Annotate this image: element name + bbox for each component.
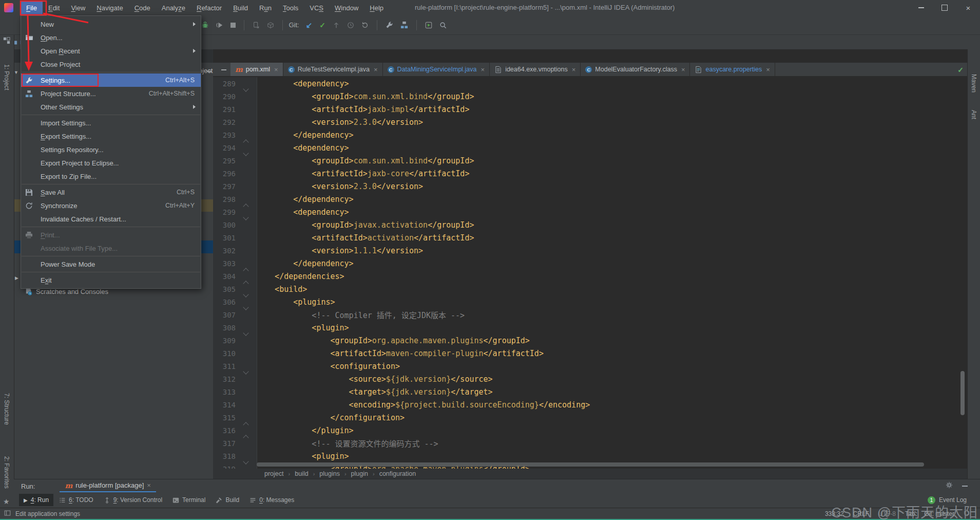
menu-item-save-all[interactable]: Save AllCtrl+S [21, 185, 201, 199]
menu-vcs[interactable]: VCS [304, 2, 329, 14]
tree-expand-icon[interactable]: ▶ [15, 275, 18, 281]
toolwindow-button-build[interactable]: Build [211, 494, 244, 506]
breadcrumb-separator: › [313, 471, 315, 477]
code-editor[interactable]: 289<dependency>290<groupId>com.sun.xml.b… [213, 77, 968, 469]
menu-item-new[interactable]: New [21, 17, 201, 31]
toolwindow-button-4-run[interactable]: ▶4: Run [19, 494, 53, 506]
close-icon[interactable]: × [572, 66, 576, 73]
device-icon[interactable] [253, 22, 260, 29]
close-button[interactable]: × [956, 0, 980, 15]
close-icon[interactable]: × [481, 66, 485, 73]
history-icon[interactable] [347, 22, 354, 29]
menu-item-export-settings[interactable]: Export Settings... [21, 129, 201, 143]
sidebar-item-favorites[interactable]: 2: Favorites [3, 456, 10, 489]
toolwindow-button-terminal[interactable]: Terminal [168, 494, 210, 506]
breadcrumb-item[interactable]: plugins [319, 470, 340, 477]
close-icon[interactable]: × [274, 66, 278, 73]
push-icon[interactable] [333, 22, 340, 29]
menu-view[interactable]: View [65, 2, 91, 14]
menu-item-import-settings[interactable]: Import Settings... [21, 116, 201, 129]
bug-icon[interactable] [201, 21, 209, 29]
code-text: <groupId>com.sun.xml.bind</groupId> [256, 92, 474, 101]
toolwindow-button-6-todo[interactable]: 6: TODO [54, 494, 98, 506]
close-icon[interactable]: × [147, 481, 151, 489]
toolwindow-toggle-icon[interactable] [4, 510, 11, 518]
menu-item-settings-repository[interactable]: Settings Repository... [21, 143, 201, 156]
sidebar-item-structure[interactable]: 7: Structure [3, 393, 10, 425]
tab-label: idea64.exe.vmoptions [505, 66, 568, 73]
vertical-scrollbar[interactable] [960, 371, 965, 415]
menu-item-export-to-zip-file[interactable]: Export to Zip File... [21, 170, 201, 183]
commit-icon[interactable]: ✓ [319, 21, 325, 29]
run-configuration-tab[interactable]: m rule-platform [package] × [60, 479, 156, 493]
build-icon [216, 497, 222, 504]
tab-ruletestserviceimpl-java[interactable]: CRuleTestServiceImpl.java× [283, 63, 383, 76]
profiler-icon[interactable] [216, 22, 223, 29]
tab-idea64-exe-vmoptions[interactable]: idea64.exe.vmoptions× [490, 63, 581, 76]
maximize-button[interactable] [933, 0, 956, 15]
package-icon[interactable] [267, 22, 274, 29]
toolwindow-button-0-messages[interactable]: 0: Messages [245, 494, 299, 506]
close-icon[interactable]: × [374, 66, 378, 73]
settings-gear-icon[interactable] [946, 481, 953, 491]
tab-modelevaluatorfactory-class[interactable]: CModelEvaluatorFactory.class× [581, 63, 690, 76]
menu-item-exit[interactable]: Exit [21, 273, 201, 287]
update-icon[interactable]: ↙ [306, 21, 313, 30]
minimize-button[interactable] [909, 0, 933, 15]
tabbar-collapse-icon[interactable] [221, 69, 226, 70]
structure-icon[interactable] [400, 21, 408, 29]
menu-item-power-save-mode[interactable]: Power Save Mode [21, 257, 201, 271]
tree-collapse-icon[interactable]: ▼ [14, 70, 18, 75]
menu-help[interactable]: Help [364, 2, 389, 14]
tab-dataminingserviceimpl-java[interactable]: CDataMiningServiceImpl.java× [383, 63, 490, 76]
menu-edit[interactable]: Edit [43, 2, 65, 14]
menu-item-invalidate-caches-restart[interactable]: Invalidate Caches / Restart... [21, 212, 201, 226]
breadcrumb-item[interactable]: configuration [379, 470, 416, 477]
sidebar-item-maven[interactable]: Maven [970, 74, 977, 92]
menu-tools[interactable]: Tools [277, 2, 304, 14]
search-icon[interactable] [439, 22, 447, 29]
menu-item-close-project[interactable]: Close Project [21, 58, 201, 71]
code-line: 314<encoding>${project.build.sourceEncod… [213, 398, 968, 411]
close-icon[interactable]: × [766, 66, 770, 73]
breadcrumb-item[interactable]: project [264, 470, 284, 477]
commander-icon[interactable] [3, 37, 10, 46]
menu-item-project-structure[interactable]: Project Structure...Ctrl+Alt+Shift+S [21, 87, 201, 100]
rollback-icon[interactable] [361, 22, 369, 29]
menu-item-synchronize[interactable]: SynchronizeCtrl+Alt+Y [21, 199, 201, 212]
sidebar-item-ant[interactable]: Ant [970, 110, 977, 119]
breadcrumb-item[interactable]: plugin [351, 470, 368, 477]
menu-item-export-project-to-eclipse[interactable]: Export Project to Eclipse... [21, 156, 201, 170]
menu-code[interactable]: Code [129, 2, 156, 14]
runwin-icon[interactable] [425, 22, 432, 29]
menu-analyze[interactable]: Analyze [156, 2, 191, 14]
menu-file[interactable]: File [21, 2, 43, 14]
hide-panel-icon[interactable] [207, 71, 212, 72]
code-text: <groupId>com.sun.xml.bind</groupId> [256, 156, 474, 165]
wrench-icon[interactable] [386, 21, 393, 29]
horizontal-scrollbar[interactable] [257, 462, 924, 467]
menu-refactor[interactable]: Refactor [191, 2, 227, 14]
menu-window[interactable]: Window [329, 2, 364, 14]
tab-pom-xml[interactable]: mpom.xml× [230, 63, 283, 76]
code-line: 305<build> [213, 283, 968, 295]
menu-build[interactable]: Build [227, 2, 254, 14]
menu-item-settings[interactable]: Settings...Ctrl+Alt+S [21, 73, 201, 87]
stop-icon[interactable] [230, 23, 236, 28]
toolwindow-button-9-version-control[interactable]: 9: Version Control [99, 494, 167, 506]
menu-item-other-settings[interactable]: Other Settings [21, 100, 201, 114]
tab-easycare-properties[interactable]: easycare.properties× [690, 63, 775, 76]
inspections-ok-icon[interactable]: ✓ [957, 66, 964, 74]
menu-navigate[interactable]: Navigate [91, 2, 128, 14]
menu-item-open[interactable]: Open... [21, 31, 201, 44]
tree-item-scratches[interactable]: Scratches and Consoles [25, 288, 108, 295]
favorites-star-icon[interactable]: ★ [3, 497, 10, 506]
menu-item-print[interactable]: Print... [21, 228, 201, 242]
close-icon[interactable]: × [681, 66, 685, 73]
menu-item-associate-with-file-type[interactable]: Associate with File Type... [21, 242, 201, 255]
menu-run[interactable]: Run [254, 2, 277, 14]
breadcrumb-item[interactable]: build [295, 470, 308, 477]
hide-panel-icon[interactable] [962, 486, 968, 487]
sidebar-item-project[interactable]: 1: Project [3, 64, 10, 90]
menu-item-open-recent[interactable]: Open Recent [21, 44, 201, 58]
